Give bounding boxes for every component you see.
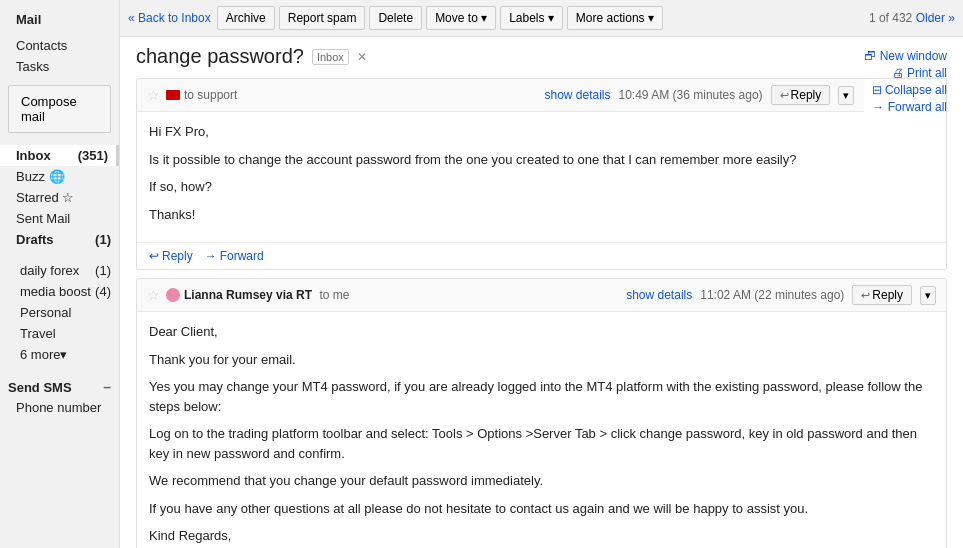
email-footer-1: ↩ Reply → Forward xyxy=(137,242,946,269)
reply-arrow-icon-2: ↩ xyxy=(861,289,870,302)
new-window-icon: 🗗 xyxy=(864,49,876,63)
subject-row: change password? Inbox ✕ xyxy=(136,45,864,68)
pagination-info: 1 of 432 Older » xyxy=(869,11,955,25)
collapse-icon: ⊟ xyxy=(872,83,882,97)
back-to-inbox-link[interactable]: « Back to Inbox xyxy=(128,11,211,25)
email-message-1: ☆ to support show details 10:49 AM (36 m… xyxy=(136,78,947,270)
delete-button[interactable]: Delete xyxy=(369,6,422,30)
collapse-all-link[interactable]: ⊟ Collapse all xyxy=(864,83,947,97)
star-icon-2[interactable]: ☆ xyxy=(147,287,160,303)
email-message-2: ☆ Lianna Rumsey via RT to me show detail… xyxy=(136,278,947,548)
email-from-1: to support xyxy=(184,88,544,102)
sidebar-item-buzz[interactable]: Buzz 🌐 xyxy=(0,166,119,187)
sidebar-item-phone-number[interactable]: Phone number xyxy=(0,397,119,418)
email-time-section-2: show details 11:02 AM (22 minutes ago) ↩… xyxy=(626,285,936,305)
print-icon: 🖨 xyxy=(892,66,904,80)
more-actions-button[interactable]: More actions ▾ xyxy=(567,6,663,30)
labels-button[interactable]: Labels ▾ xyxy=(500,6,563,30)
show-details-2[interactable]: show details xyxy=(626,288,692,302)
reply-arrow-icon-1: ↩ xyxy=(780,89,789,102)
sidebar-item-daily-forex[interactable]: daily forex (1) xyxy=(0,260,119,281)
footer-reply-link-1[interactable]: ↩ Reply xyxy=(149,249,193,263)
email-time-section-1: show details 10:49 AM (36 minutes ago) ↩… xyxy=(544,85,854,105)
right-panel-actions: 🗗 New window 🖨 Print all ⊟ Collapse all … xyxy=(864,49,947,117)
sidebar-item-sent[interactable]: Sent Mail xyxy=(0,208,119,229)
send-sms-section: Send SMS – xyxy=(0,373,119,397)
archive-button[interactable]: Archive xyxy=(217,6,275,30)
inbox-badge: Inbox xyxy=(312,49,349,65)
sidebar-nav: Inbox (351) Buzz 🌐 Starred ☆ Sent Mail D… xyxy=(0,145,119,250)
footer-forward-link-1[interactable]: → Forward xyxy=(205,249,264,263)
footer-forward-icon-1: → xyxy=(205,249,217,263)
send-sms-collapse[interactable]: – xyxy=(103,379,111,395)
star-icon-1[interactable]: ☆ xyxy=(147,87,160,103)
main-content: « Back to Inbox Archive Report spam Dele… xyxy=(120,0,963,548)
sidebar-item-starred[interactable]: Starred ☆ xyxy=(0,187,119,208)
reply-button-1[interactable]: ↩ Reply xyxy=(771,85,831,105)
sidebar-item-drafts[interactable]: Drafts (1) xyxy=(0,229,119,250)
sidebar-mail-header: Mail xyxy=(0,8,119,35)
sidebar-tasks[interactable]: Tasks xyxy=(0,56,119,77)
sidebar-item-media-boost[interactable]: media boost (4) xyxy=(0,281,119,302)
older-link[interactable]: Older » xyxy=(916,11,955,25)
report-spam-button[interactable]: Report spam xyxy=(279,6,366,30)
email-header-2: ☆ Lianna Rumsey via RT to me show detail… xyxy=(137,279,946,312)
more-button-2[interactable]: ▾ xyxy=(920,286,936,305)
forward-all-link[interactable]: → Forward all xyxy=(864,100,947,114)
sidebar-item-personal[interactable]: Personal xyxy=(0,302,119,323)
sidebar-item-travel[interactable]: Travel xyxy=(0,323,119,344)
more-button-1[interactable]: ▾ xyxy=(838,86,854,105)
sender-avatar-2 xyxy=(166,288,180,302)
email-body-1: Hi FX Pro, Is it possible to change the … xyxy=(137,112,946,242)
email-thread: 🗗 New window 🖨 Print all ⊟ Collapse all … xyxy=(120,37,963,548)
email-header-1: ☆ to support show details 10:49 AM (36 m… xyxy=(137,79,864,112)
top-toolbar: « Back to Inbox Archive Report spam Dele… xyxy=(120,0,963,37)
email-from-2: Lianna Rumsey via RT to me xyxy=(184,288,626,302)
print-all-link[interactable]: 🖨 Print all xyxy=(864,66,947,80)
move-to-button[interactable]: Move to ▾ xyxy=(426,6,496,30)
compose-button[interactable]: Compose mail xyxy=(8,85,111,133)
show-details-1[interactable]: show details xyxy=(544,88,610,102)
sidebar: Mail Contacts Tasks Compose mail Inbox (… xyxy=(0,0,120,548)
subject-title: change password? xyxy=(136,45,304,68)
forward-all-icon: → xyxy=(872,100,884,114)
new-window-link[interactable]: 🗗 New window xyxy=(864,49,947,63)
sidebar-item-inbox[interactable]: Inbox (351) xyxy=(0,145,119,166)
sender-img-1 xyxy=(166,90,180,100)
email-body-2: Dear Client, Thank you for your email. Y… xyxy=(137,312,946,548)
sidebar-item-more[interactable]: 6 more▾ xyxy=(0,344,119,365)
inbox-badge-close[interactable]: ✕ xyxy=(357,50,367,64)
footer-reply-icon-1: ↩ xyxy=(149,249,159,263)
sidebar-contacts[interactable]: Contacts xyxy=(0,35,119,56)
reply-button-2[interactable]: ↩ Reply xyxy=(852,285,912,305)
